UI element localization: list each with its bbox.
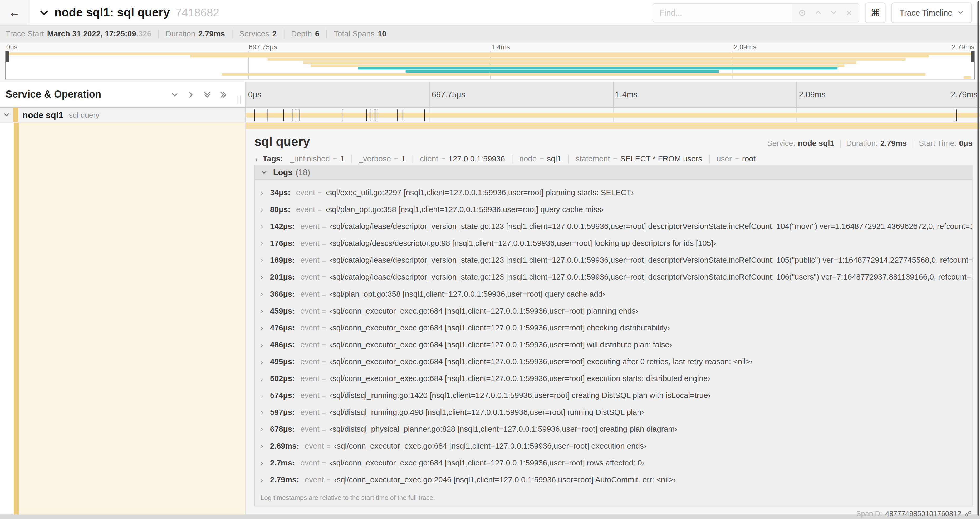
prev-result-icon[interactable] (815, 9, 822, 16)
expand-one-icon[interactable] (187, 91, 195, 99)
log-field-key: event (300, 323, 320, 332)
log-entry-row[interactable]: ›34μs:event=‹sql/exec_util.go:2297 [nsql… (255, 184, 972, 201)
ruler-gridline (429, 82, 430, 107)
log-entry-row[interactable]: ›201μs:event=‹sql/catalog/lease/descript… (255, 268, 972, 285)
log-entry-row[interactable]: ›574μs:event=‹sql/distsql_running.go:142… (255, 386, 972, 404)
span-duration-bar[interactable] (245, 113, 980, 118)
log-entry-row[interactable]: ›2.7ms:event=‹sql/conn_executor_exec.go:… (255, 454, 972, 471)
page-scrollbar[interactable] (978, 1, 980, 516)
collapse-children-chevron-icon[interactable] (0, 111, 13, 118)
log-entry-row[interactable]: ›366μs:event=‹sql/plan_opt.go:358 [nsql1… (255, 285, 972, 302)
span-operation-name: sql query (69, 110, 100, 119)
ruler-gridline (613, 82, 613, 107)
log-event-tick (376, 109, 377, 121)
chevron-right-icon: › (261, 475, 270, 484)
log-entry-row[interactable]: ›597μs:event=‹sql/distsql_running.go:498… (255, 404, 972, 420)
back-button[interactable]: ← (0, 0, 30, 25)
log-entry-row[interactable]: ›142μs:event=‹sql/catalog/lease/descript… (255, 218, 972, 235)
chevron-right-icon: › (261, 289, 270, 298)
log-field-value: ‹sql/conn_executor_exec.go:684 [nsql1,cl… (330, 323, 670, 332)
span-tag[interactable]: _verbose=1 (359, 155, 406, 163)
span-tag[interactable]: statement=SELECT * FROM users (576, 155, 702, 163)
log-entry-row[interactable]: ›80μs:event=‹sql/plan_opt.go:358 [nsql1,… (255, 201, 972, 218)
log-entry-row[interactable]: ›176μs:event=‹sql/catalog/descs/descript… (255, 235, 972, 252)
span-tag[interactable]: node=sql1 (519, 155, 561, 163)
span-color-strip (245, 123, 980, 129)
log-field-key: event (300, 256, 320, 264)
tag-value: sql1 (547, 155, 561, 163)
column-resize-grip[interactable] (237, 96, 240, 104)
span-tag[interactable]: _unfinished=1 (290, 155, 344, 163)
expand-all-icon[interactable] (220, 91, 228, 99)
divider (158, 30, 159, 38)
log-event-tick (342, 109, 342, 121)
ruler-gridline (796, 82, 797, 107)
log-entry-row[interactable]: ›189μs:event=‹sql/catalog/lease/descript… (255, 252, 972, 268)
divider (232, 30, 232, 38)
view-selector-button[interactable]: Trace Timeline (891, 2, 972, 23)
deep-link-icon[interactable] (964, 510, 972, 517)
equals-sign: = (322, 459, 326, 466)
log-entry-row[interactable]: ›2.69ms:event=‹sql/conn_executor_exec.go… (255, 437, 972, 454)
logs-header[interactable]: Logs (18) (255, 165, 972, 180)
equals-sign: = (322, 324, 326, 331)
logs-list: ›34μs:event=‹sql/exec_util.go:2297 [nsql… (255, 180, 972, 488)
ruler-tick-label: 2.09ms (799, 89, 826, 99)
log-entry-row[interactable]: ›459μs:event=‹sql/conn_executor_exec.go:… (255, 302, 972, 319)
minimap-canvas[interactable] (5, 51, 975, 79)
log-event-tick (403, 109, 403, 121)
log-field-value: ‹sql/conn_executor_exec.go:684 [nsql1,cl… (330, 374, 710, 383)
minimap-left-scrubber[interactable] (6, 51, 9, 62)
equals-sign: = (322, 425, 326, 433)
span-tag[interactable]: user=root (717, 155, 756, 163)
log-field-value: ‹sql/catalog/lease/descriptor_version_st… (330, 272, 972, 281)
detail-operation-title: sql query (255, 134, 767, 149)
duration-meta: Duration:2.79ms (846, 139, 907, 148)
span-timeline-cell[interactable] (245, 108, 980, 122)
find-match-icon[interactable] (798, 8, 807, 17)
clear-find-icon[interactable] (846, 9, 853, 16)
collapse-one-icon[interactable] (171, 91, 179, 99)
chevron-right-icon: › (261, 374, 270, 383)
log-entry-row[interactable]: ›678μs:event=‹sql/distsql_physical_plann… (255, 420, 972, 437)
minimap-tick-label: 2.09ms (734, 43, 756, 51)
collapse-trace-chevron-icon[interactable] (39, 8, 49, 18)
tags-row[interactable]: › Tags: _unfinished=1_verbose=1client=12… (245, 153, 980, 164)
log-timestamp: 366μs: (270, 289, 295, 298)
log-timestamp: 459μs: (270, 306, 295, 315)
detail-header: sql query Service:node sql1 Duration:2.7… (245, 129, 980, 152)
log-entry-row[interactable]: ›476μs:event=‹sql/conn_executor_exec.go:… (255, 319, 972, 336)
chevron-right-icon: › (261, 425, 270, 433)
log-entry-row[interactable]: ›486μs:event=‹sql/conn_executor_exec.go:… (255, 336, 972, 353)
equals-sign: = (322, 358, 326, 365)
ruler-tick-label: 697.75μs (432, 89, 466, 99)
log-timestamp: 574μs: (270, 391, 295, 399)
keyboard-shortcuts-button[interactable]: ⌘ (865, 2, 886, 23)
tag-value: 1 (401, 155, 406, 163)
collapse-all-icon[interactable] (203, 91, 211, 99)
span-name-cell[interactable]: node sql1 sql query (0, 108, 245, 122)
log-field-value: ‹sql/exec_util.go:2297 [nsql1,client=127… (325, 188, 633, 197)
trace-minimap[interactable]: 0μs697.75μs1.4ms2.09ms2.79ms (0, 43, 980, 82)
chevron-right-icon: › (261, 408, 270, 417)
log-timestamp: 142μs: (270, 222, 295, 230)
tag-separator (412, 155, 413, 163)
chevron-right-icon: › (261, 391, 270, 399)
tag-separator (352, 155, 352, 163)
trace-start-stat: Trace StartMarch 31 2022, 17:25:09.326 (6, 30, 151, 38)
next-result-icon[interactable] (830, 9, 837, 16)
detail-left-column (0, 123, 245, 514)
services-stat: Services2 (239, 30, 277, 38)
equals-sign: = (326, 476, 330, 483)
trace-id: 7418682 (175, 6, 219, 19)
trace-summary-bar: Trace StartMarch 31 2022, 17:25:09.326 D… (0, 26, 980, 43)
span-tag[interactable]: client=127.0.0.1:59936 (420, 155, 505, 163)
minimap-span-bar (303, 61, 856, 64)
minimap-right-scrubber[interactable] (971, 51, 974, 62)
log-entry-row[interactable]: ›2.79ms:event=‹sql/conn_executor_exec.go… (255, 471, 972, 488)
log-entry-row[interactable]: ›502μs:event=‹sql/conn_executor_exec.go:… (255, 370, 972, 386)
find-input[interactable] (653, 3, 792, 22)
span-row[interactable]: node sql1 sql query (0, 108, 980, 123)
log-entry-row[interactable]: ›495μs:event=‹sql/conn_executor_exec.go:… (255, 353, 972, 370)
find-group (652, 3, 859, 22)
